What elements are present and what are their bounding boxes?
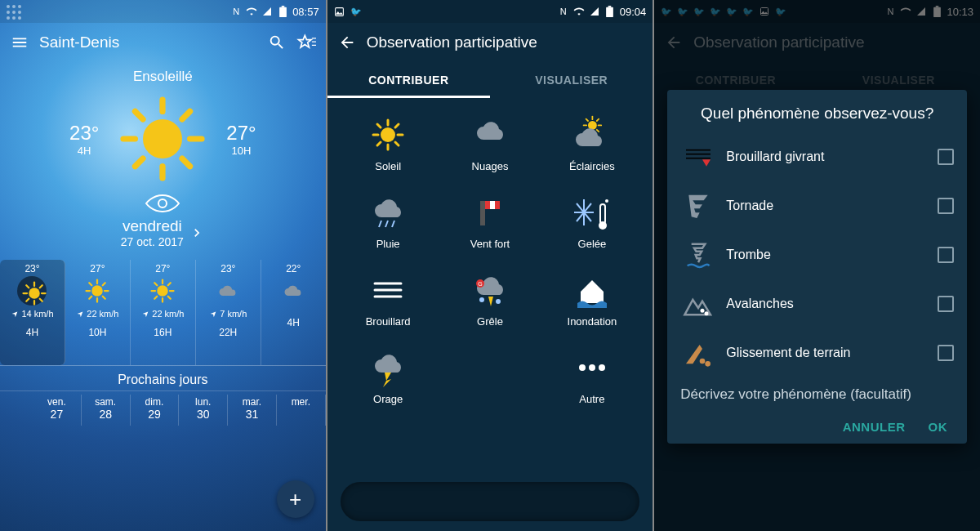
- svg-rect-64: [490, 201, 495, 209]
- avalanche-icon: [680, 286, 716, 322]
- svg-point-2: [143, 119, 182, 158]
- grid-item-frost[interactable]: Gelée: [542, 184, 641, 258]
- dialog-subtitle[interactable]: Décrivez votre phénomène (facultatif): [680, 386, 954, 404]
- favorite-icon[interactable]: [296, 33, 316, 52]
- ok-button[interactable]: OK: [929, 420, 948, 434]
- svg-marker-75: [488, 297, 493, 306]
- svg-line-26: [90, 283, 92, 285]
- grid-item-rain[interactable]: Pluie: [339, 184, 438, 258]
- grid-item-hail[interactable]: G Grêle: [441, 261, 540, 336]
- drag-handle-icon[interactable]: [7, 5, 26, 20]
- grid-item-label: Nuages: [443, 160, 538, 172]
- checkbox[interactable]: [938, 247, 954, 263]
- hourly-col[interactable]: 23° 14 km/h 4H: [0, 260, 65, 365]
- svg-point-83: [599, 364, 605, 371]
- phenomenon-grid: Soleil Nuages Éclaircies Pluie Vent fort…: [327, 98, 653, 422]
- hourly-forecast[interactable]: 23° 14 km/h 4H 27° 22 km/h 10H 27° 22 km…: [0, 260, 326, 366]
- battery-icon: [277, 6, 288, 17]
- svg-line-36: [168, 297, 171, 299]
- day-col[interactable]: mer.: [277, 395, 326, 426]
- hourly-col[interactable]: 27° 22 km/h 16H: [131, 260, 196, 365]
- svg-line-38: [168, 283, 171, 285]
- hero: Ensoleillé 23° 4H 27° 10H vendredi 27 oc…: [0, 62, 326, 252]
- days-row[interactable]: ven. 27 sam. 28 dim. 29 lun. 30 mar. 31 …: [0, 391, 326, 426]
- option-row[interactable]: Trombe: [680, 230, 954, 279]
- hourly-temp: 23°: [196, 263, 261, 274]
- signal-icon: [589, 6, 600, 17]
- svg-line-59: [597, 119, 599, 121]
- day-col[interactable]: sam. 28: [82, 395, 131, 426]
- tab-contribute[interactable]: CONTRIBUER: [327, 62, 490, 98]
- checkbox[interactable]: [938, 149, 954, 165]
- option-row[interactable]: Tornade: [680, 181, 954, 230]
- date-block[interactable]: vendredi 27 oct. 2017: [121, 217, 184, 248]
- page-title: Observation participative: [367, 33, 644, 51]
- waterspout-icon: [680, 237, 716, 273]
- back-icon[interactable]: [337, 33, 357, 52]
- day-col[interactable]: lun. 30: [179, 395, 228, 426]
- grid-item-fog[interactable]: Brouillard: [339, 261, 438, 336]
- svg-point-12: [29, 288, 41, 299]
- menu-icon[interactable]: [10, 33, 29, 52]
- option-row[interactable]: Glissement de terrain: [680, 328, 954, 377]
- svg-line-50: [395, 124, 399, 127]
- phone-dialog: 🐦🐦🐦🐦🐦🐦🐦 N 10:13 Observation participativ…: [654, 0, 980, 531]
- checkbox[interactable]: [938, 198, 954, 214]
- checkbox[interactable]: [938, 345, 954, 361]
- app-bar: Observation participative: [327, 23, 653, 62]
- day-col[interactable]: dim. 29: [131, 395, 180, 426]
- day-col[interactable]: ven. 27: [33, 395, 82, 426]
- hourly-temp: 23°: [0, 263, 65, 274]
- grid-item-label: Grêle: [443, 315, 538, 328]
- grid-item-wind[interactable]: Vent fort: [441, 184, 540, 258]
- hourly-col[interactable]: 22° 4H: [261, 260, 326, 365]
- checkbox[interactable]: [938, 296, 954, 312]
- hourly-col[interactable]: 23° 7 km/h 22H: [196, 260, 261, 365]
- grid-item-label: Brouillard: [341, 315, 436, 328]
- option-row[interactable]: Brouillard givrant: [680, 132, 954, 181]
- twitter-icon: 🐦: [350, 6, 362, 17]
- add-fab[interactable]: +: [277, 480, 314, 518]
- phone-contribute: 🐦 N 09:04 Observation participative CONT…: [327, 0, 653, 531]
- svg-point-81: [579, 364, 586, 371]
- svg-rect-69: [600, 204, 605, 224]
- svg-line-27: [103, 297, 105, 299]
- temp-right: 27° 10H: [226, 122, 256, 157]
- hourly-hour: 4H: [261, 317, 326, 328]
- grid-item-label: Inondation: [544, 315, 639, 328]
- grid-item-flood[interactable]: Inondation: [542, 261, 641, 336]
- hourly-temp: 27°: [65, 263, 130, 274]
- hourly-col[interactable]: 27° 22 km/h 10H: [65, 260, 131, 365]
- svg-point-93: [700, 359, 706, 364]
- city-title[interactable]: Saint-Denis: [39, 33, 257, 51]
- grid-item-label: Autre: [544, 393, 639, 405]
- next-days-header: Prochains jours: [0, 366, 326, 391]
- grid-item-more[interactable]: Autre: [542, 339, 641, 413]
- phone-weather: N 08:57 Saint-Denis Ensoleillé 23° 4H 27…: [0, 0, 326, 531]
- cancel-button[interactable]: ANNULER: [843, 420, 906, 434]
- landslide-icon: [680, 335, 716, 371]
- option-row[interactable]: Avalanches: [680, 279, 954, 328]
- bottom-slot[interactable]: [341, 482, 640, 521]
- svg-line-20: [40, 285, 42, 288]
- option-label: Tornade: [726, 199, 928, 213]
- tab-visualize[interactable]: VISUALISER: [490, 62, 653, 98]
- svg-point-21: [92, 285, 104, 297]
- grid-item-label: Orage: [341, 393, 436, 405]
- grid-item-sun[interactable]: Soleil: [339, 106, 438, 181]
- eye-icon[interactable]: [145, 193, 180, 214]
- svg-rect-39: [336, 7, 344, 16]
- status-time: 09:04: [620, 6, 647, 18]
- search-icon[interactable]: [267, 33, 287, 52]
- grid-item-storm[interactable]: Orage: [339, 339, 438, 413]
- grid-item-sun-cloud[interactable]: Éclaircies: [542, 106, 641, 181]
- status-bar: 🐦 N 09:04: [327, 0, 653, 23]
- svg-line-56: [586, 119, 587, 121]
- flood-icon: [572, 270, 612, 310]
- grid-item-cloud[interactable]: Nuages: [441, 106, 540, 181]
- svg-point-42: [381, 127, 395, 142]
- chevron-right-icon[interactable]: [189, 222, 205, 243]
- app-bar: Saint-Denis: [0, 23, 326, 62]
- day-col[interactable]: mar. 31: [228, 395, 277, 426]
- nfc-icon: N: [558, 6, 569, 17]
